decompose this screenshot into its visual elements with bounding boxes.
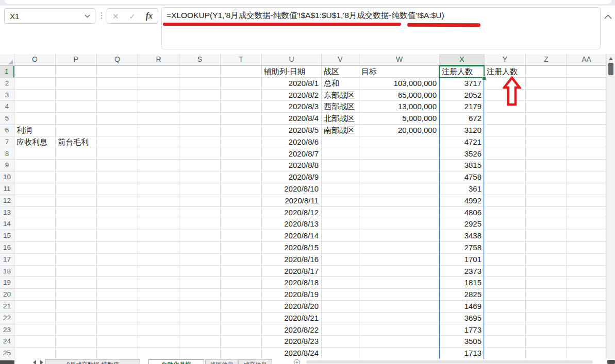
cell-S5[interactable]: [179, 113, 221, 125]
cell-AA23[interactable]: [567, 324, 606, 336]
cell-P23[interactable]: [56, 324, 97, 336]
cell-Q24[interactable]: [97, 336, 138, 348]
cell-P8[interactable]: [56, 148, 97, 160]
cell-T5[interactable]: [221, 113, 262, 125]
cell-Q12[interactable]: [97, 195, 138, 207]
cell-W2[interactable]: 103,000,000: [359, 78, 440, 90]
cell-Z7[interactable]: [526, 136, 567, 148]
cell-AA14[interactable]: [567, 218, 606, 230]
cell-Z18[interactable]: [526, 266, 567, 278]
cell-S17[interactable]: [179, 254, 221, 266]
sheet-tab-2[interactable]: 战区信息: [205, 359, 238, 364]
cell-AA13[interactable]: [567, 207, 606, 219]
cell-Y10[interactable]: [485, 171, 526, 183]
cell-R4[interactable]: [138, 101, 179, 113]
cell-U23[interactable]: 2020/8/22: [262, 324, 322, 336]
cell-Z21[interactable]: [526, 301, 567, 313]
cell-P9[interactable]: [56, 160, 97, 171]
cell-Q23[interactable]: [97, 324, 138, 336]
cell-Q1[interactable]: [97, 66, 138, 78]
cell-T25[interactable]: [221, 348, 262, 359]
cell-S24[interactable]: [179, 336, 221, 348]
cell-R2[interactable]: [138, 78, 179, 90]
cell-X15[interactable]: 3438: [440, 230, 485, 242]
cell-P25[interactable]: [56, 348, 97, 359]
cell-T22[interactable]: [221, 313, 262, 324]
cell-X12[interactable]: 4992: [440, 195, 485, 207]
cell-R23[interactable]: [138, 324, 179, 336]
cell-W7[interactable]: [359, 136, 440, 148]
cell-Q20[interactable]: [97, 289, 138, 301]
cell-Z3[interactable]: [526, 90, 567, 101]
cell-AA7[interactable]: [567, 136, 606, 148]
cell-Y17[interactable]: [485, 254, 526, 266]
more-options-icon[interactable]: ⋮: [98, 8, 105, 23]
cell-X24[interactable]: 3505: [440, 336, 485, 348]
row-header-20[interactable]: 20: [0, 289, 14, 301]
cell-R25[interactable]: [138, 348, 179, 359]
cell-Z10[interactable]: [526, 171, 567, 183]
cell-W20[interactable]: [359, 289, 440, 301]
cell-Z6[interactable]: [526, 125, 567, 136]
cell-W15[interactable]: [359, 230, 440, 242]
cell-S18[interactable]: [179, 266, 221, 278]
cell-T10[interactable]: [221, 171, 262, 183]
cell-S3[interactable]: [179, 90, 221, 101]
cell-O25[interactable]: [14, 348, 56, 359]
cell-U24[interactable]: 2020/8/23: [262, 336, 322, 348]
cell-X2[interactable]: 3717: [440, 78, 485, 90]
cell-Z24[interactable]: [526, 336, 567, 348]
cell-T16[interactable]: [221, 242, 262, 254]
cell-U11[interactable]: 2020/8/10: [262, 183, 322, 195]
cell-P11[interactable]: [56, 183, 97, 195]
cell-R10[interactable]: [138, 171, 179, 183]
vertical-scrollbar-thumb[interactable]: [608, 63, 613, 75]
cell-U16[interactable]: 2020/8/15: [262, 242, 322, 254]
cell-Q22[interactable]: [97, 313, 138, 324]
cell-W24[interactable]: [359, 336, 440, 348]
row-header-24[interactable]: 24: [0, 336, 14, 348]
cell-T14[interactable]: [221, 218, 262, 230]
cell-W5[interactable]: 5,000,000: [359, 113, 440, 125]
cell-S22[interactable]: [179, 313, 221, 324]
cell-R7[interactable]: [138, 136, 179, 148]
formula-text[interactable]: =XLOOKUP(Y1,'8月成交数据-纯数值'!$A$1:$U$1,'8月成交…: [162, 8, 600, 21]
cell-R9[interactable]: [138, 160, 179, 171]
cell-V21[interactable]: [322, 301, 359, 313]
row-header-5[interactable]: 5: [0, 113, 14, 125]
cell-W14[interactable]: [359, 218, 440, 230]
cell-Z19[interactable]: [526, 277, 567, 289]
cell-W6[interactable]: 20,000,000: [359, 125, 440, 136]
cell-X16[interactable]: 2758: [440, 242, 485, 254]
cell-S23[interactable]: [179, 324, 221, 336]
cell-S19[interactable]: [179, 277, 221, 289]
cell-Y16[interactable]: [485, 242, 526, 254]
cell-T4[interactable]: [221, 101, 262, 113]
row-header-13[interactable]: 13: [0, 207, 14, 219]
cell-P20[interactable]: [56, 289, 97, 301]
cell-Z25[interactable]: [526, 348, 567, 359]
cell-O4[interactable]: [14, 101, 56, 113]
cell-U25[interactable]: 2020/8/24: [262, 348, 322, 359]
name-box[interactable]: X1: [4, 8, 95, 24]
cell-T24[interactable]: [221, 336, 262, 348]
row-header-2[interactable]: 2: [0, 78, 14, 90]
cell-P5[interactable]: [56, 113, 97, 125]
formula-bar[interactable]: =XLOOKUP(Y1,'8月成交数据-纯数值'!$A$1:$U$1,'8月成交…: [161, 7, 601, 49]
cell-P18[interactable]: [56, 266, 97, 278]
cell-U21[interactable]: 2020/8/20: [262, 301, 322, 313]
row-header-18[interactable]: 18: [0, 266, 14, 278]
cell-O20[interactable]: [14, 289, 56, 301]
cell-AA25[interactable]: [567, 348, 606, 359]
cell-Q13[interactable]: [97, 207, 138, 219]
cell-AA5[interactable]: [567, 113, 606, 125]
cell-W1[interactable]: 目标: [359, 66, 440, 78]
cell-X1[interactable]: 注册人数: [440, 66, 485, 78]
cell-Q17[interactable]: [97, 254, 138, 266]
cell-W18[interactable]: [359, 266, 440, 278]
cell-Z14[interactable]: [526, 218, 567, 230]
cell-W17[interactable]: [359, 254, 440, 266]
cell-V9[interactable]: [322, 160, 359, 171]
cell-Y4[interactable]: [485, 101, 526, 113]
cell-R12[interactable]: [138, 195, 179, 207]
